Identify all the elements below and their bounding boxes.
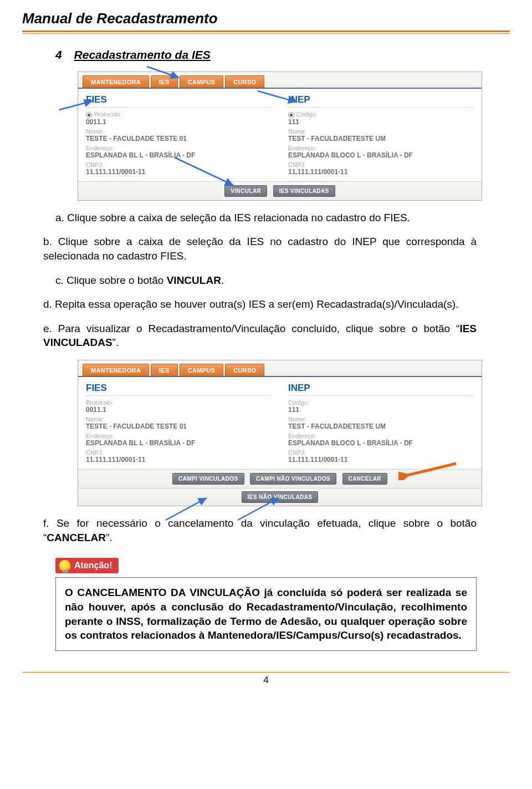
tab-bar: MANTENEDORA IES CAMPUS CURSO (78, 72, 482, 89)
fies-heading: FIES (86, 94, 272, 108)
ies-vinculadas-button[interactable]: IES VINCULADAS (273, 185, 335, 197)
label-nome-r: Nome: (288, 128, 474, 135)
inep-nome: TEST - FACULDADETESTE UM (288, 423, 474, 430)
paragraph-c: c. Clique sobre o botão VINCULAR. (55, 273, 477, 288)
text: ”. (106, 532, 112, 543)
fies-cnpj: 11.111.111/0001-11 (86, 168, 272, 176)
fies-endereco: ESPLANADA BL L - BRASÍLIA - DF (86, 151, 272, 159)
paragraph-b: b. Clique sobre a caixa de seleção da IE… (43, 235, 477, 263)
fies-nome: TESTE - FACULDADE TESTE 01 (86, 423, 272, 430)
fies-radio[interactable] (86, 112, 92, 118)
text-bold: CANCELAR (47, 532, 106, 543)
text: . (221, 274, 224, 286)
fies-endereco: ESPLANADA BL L - BRASÍLIA - DF (86, 439, 272, 447)
section-title: Recadastramento da IES (74, 48, 211, 61)
lightbulb-icon (59, 559, 71, 572)
label-cnpj: CNPJ: (86, 449, 272, 456)
atencao-badge: Atenção! (55, 558, 119, 573)
label-nome: Nome: (86, 416, 272, 423)
label-protocolo: Protocolo: (94, 111, 122, 118)
fies-protocolo: 0011.1 (86, 406, 272, 414)
inep-radio[interactable] (288, 112, 294, 118)
tab-ies[interactable]: IES (151, 364, 178, 376)
text: c. Clique sobre o botão (55, 274, 167, 286)
fies-heading: FIES (86, 383, 272, 396)
fies-cnpj: 11.111.111/0001-11 (86, 456, 272, 464)
screenshot-1: MANTENEDORA IES CAMPUS CURSO FIES Protoc… (78, 72, 482, 201)
ies-nao-vinculadas-button[interactable]: IES NÃO VINCULADAS (242, 491, 319, 503)
page-number: 4 (22, 675, 510, 686)
inep-endereco: ESPLANADA BLOCO L - BRASÍLIA - DF (288, 439, 474, 447)
text: e. Para visualizar o Recadastramento/Vin… (43, 323, 459, 334)
tab-campus[interactable]: CAMPUS (180, 364, 223, 376)
button-row: VINCULAR IES VINCULADAS (78, 181, 482, 200)
label-endereco-r: Endereço: (288, 145, 474, 151)
info-box: O CANCELAMENTO DA VINCULAÇÃO já concluíd… (55, 577, 477, 651)
inep-heading: INEP (288, 94, 474, 108)
label-cnpj-r: CNPJ: (288, 161, 474, 168)
inep-cnpj: 11.111.111/0001-11 (288, 168, 474, 176)
screenshot-2: MANTENEDORA IES CAMPUS CURSO FIES Protoc… (78, 360, 482, 506)
tab-campus[interactable]: CAMPUS (180, 75, 223, 88)
section-number: 4 (55, 48, 62, 61)
label-endereco: Endereço: (86, 432, 272, 439)
inep-heading: INEP (288, 383, 474, 396)
tab-mantenedora[interactable]: MANTENEDORA (83, 364, 149, 376)
cancelar-button[interactable]: CANCELAR (342, 473, 387, 485)
tab-bar: MANTENEDORA IES CAMPUS CURSO (78, 360, 482, 377)
text: ”. (112, 337, 119, 348)
label-protocolo: Protocolo: (86, 399, 272, 406)
campi-vinculados-button[interactable]: CAMPI VINCULADOS (172, 473, 244, 485)
text-bold: VINCULAR (167, 274, 221, 286)
tab-mantenedora[interactable]: MANTENEDORA (83, 75, 149, 88)
footer-rule (22, 672, 510, 673)
inep-codigo: 111 (288, 406, 474, 414)
label-nome-r: Nome: (288, 416, 474, 423)
label-cnpj-r: CNPJ: (288, 449, 474, 456)
campi-nao-vinculados-button[interactable]: CAMPI NÃO VINCULADOS (250, 473, 336, 485)
vincular-button[interactable]: VINCULAR (224, 185, 267, 197)
inep-endereco: ESPLANADA BLOCO L - BRASÍLIA - DF (288, 151, 474, 159)
label-endereco: Endereço: (86, 145, 272, 151)
svg-line-6 (405, 464, 456, 476)
atencao-label: Atenção! (74, 561, 112, 571)
header-rule (22, 30, 510, 34)
tab-curso[interactable]: CURSO (225, 75, 264, 88)
label-codigo: Código: (288, 399, 474, 406)
orange-arrow-icon (398, 460, 459, 480)
tab-curso[interactable]: CURSO (225, 364, 264, 376)
paragraph-a: a. Clique sobre a caixa de seleção da IE… (55, 211, 477, 225)
paragraph-d: d. Repita essa operação se houver outra(… (43, 297, 477, 312)
tab-ies[interactable]: IES (151, 75, 178, 88)
fies-nome: TESTE - FACULDADE TESTE 01 (86, 135, 272, 142)
label-codigo: Código: (296, 111, 318, 118)
button-row-2: IES NÃO VINCULADAS (78, 488, 482, 506)
paragraph-f: f. Se for necessário o cancelamento da v… (43, 516, 477, 544)
label-cnpj: CNPJ: (86, 161, 272, 168)
label-endereco-r: Endereço: (288, 432, 474, 439)
fies-protocolo: 0011.1 (86, 118, 272, 126)
page-title: Manual de Recadastramento (22, 10, 510, 27)
inep-codigo: 111 (288, 118, 474, 126)
label-nome: Nome: (86, 128, 272, 135)
inep-nome: TEST - FACULDADETESTE UM (288, 135, 474, 142)
paragraph-e: e. Para visualizar o Recadastramento/Vin… (43, 322, 477, 350)
section-heading: 4 Recadastramento da IES (55, 48, 510, 62)
